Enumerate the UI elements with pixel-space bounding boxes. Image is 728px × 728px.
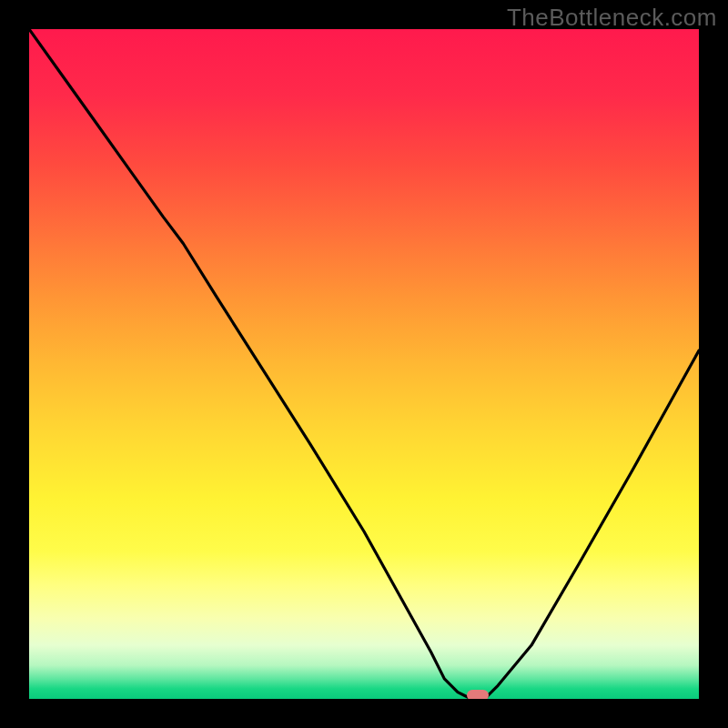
bottleneck-curve <box>29 29 699 699</box>
watermark-text: TheBottleneck.com <box>507 4 717 32</box>
plot-area <box>29 29 699 699</box>
chart-frame: TheBottleneck.com <box>0 0 728 728</box>
optimal-marker <box>467 690 489 699</box>
